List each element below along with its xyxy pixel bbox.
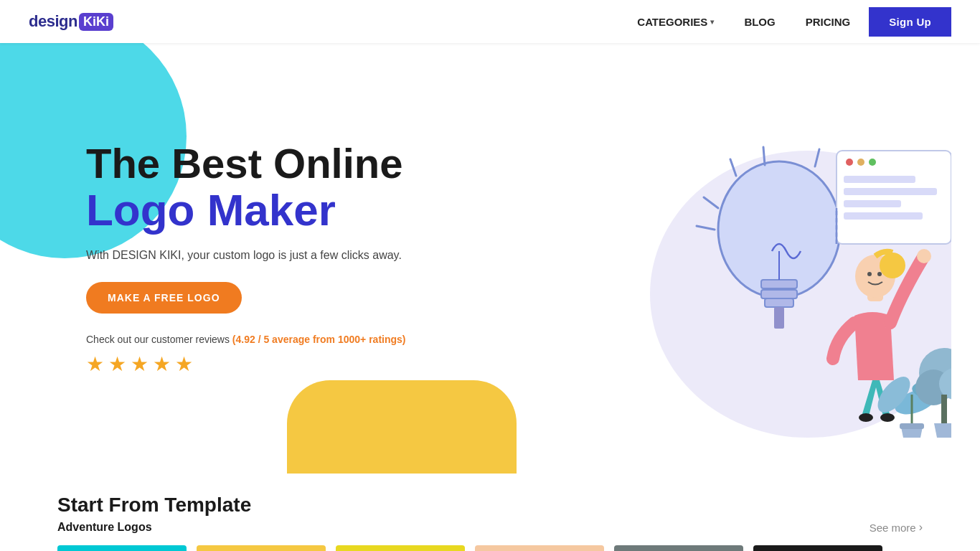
star-5: ★ — [175, 352, 193, 376]
svg-point-28 — [880, 253, 905, 278]
svg-rect-18 — [844, 188, 937, 195]
template-cards — [57, 545, 923, 551]
nav-links: CATEGORIES ▾ BLOG PRICING Sign Up — [626, 7, 951, 37]
svg-point-23 — [859, 413, 873, 422]
nav-blog[interactable]: BLOG — [732, 10, 786, 34]
logo-kiki-text: KiKi — [83, 14, 109, 29]
chevron-right-icon: › — [919, 521, 923, 534]
svg-point-30 — [877, 272, 882, 276]
category-label: Adventure Logos — [57, 521, 152, 534]
template-card-6[interactable] — [753, 545, 882, 551]
svg-rect-4 — [765, 298, 793, 307]
nav-pricing[interactable]: PRICING — [794, 10, 862, 34]
logo[interactable]: design KiKi — [29, 12, 113, 31]
svg-point-15 — [857, 159, 864, 166]
make-free-logo-button[interactable]: MAKE A FREE LOGO — [86, 282, 242, 314]
star-rating: ★ ★ ★ ★ ★ — [86, 352, 405, 376]
hero-title-line1: The Best Online — [86, 141, 405, 187]
svg-point-14 — [846, 159, 853, 166]
hero-title-line2: Logo Maker — [86, 186, 405, 235]
svg-point-24 — [880, 413, 895, 422]
star-4: ★ — [153, 352, 171, 376]
star-3: ★ — [131, 352, 149, 376]
star-2: ★ — [108, 352, 126, 376]
svg-rect-2 — [761, 280, 797, 288]
svg-rect-39 — [941, 395, 947, 423]
svg-rect-35 — [900, 423, 924, 429]
svg-line-10 — [763, 147, 765, 165]
hero-content: The Best Online Logo Maker With DESIGN K… — [0, 141, 405, 377]
reviews-link[interactable]: (4.92 / 5 average from 1000+ ratings) — [232, 334, 406, 345]
svg-point-16 — [869, 159, 876, 166]
hero-section: The Best Online Logo Maker With DESIGN K… — [0, 43, 980, 474]
signup-button[interactable]: Sign Up — [869, 7, 951, 37]
section-title: Start From Template — [57, 494, 923, 517]
hero-illustration — [593, 65, 951, 438]
background-yellow-shape-decoration — [287, 380, 517, 474]
logo-kiki-box: KiKi — [79, 13, 113, 31]
template-card-1[interactable] — [57, 545, 187, 551]
svg-point-29 — [867, 272, 872, 276]
svg-point-25 — [917, 249, 931, 263]
nav-categories[interactable]: CATEGORIES ▾ — [626, 10, 725, 34]
svg-rect-13 — [837, 151, 951, 244]
template-card-2[interactable] — [197, 545, 326, 551]
navbar: design KiKi CATEGORIES ▾ BLOG PRICING Si… — [0, 0, 980, 43]
logo-design-text: design — [29, 12, 77, 31]
svg-rect-3 — [761, 290, 797, 298]
svg-rect-17 — [844, 176, 915, 183]
reviews-label: Check out our customer reviews (4.92 / 5… — [86, 334, 405, 345]
bottom-section: Start From Template Adventure Logos See … — [0, 474, 980, 551]
template-card-3[interactable] — [336, 545, 465, 551]
svg-rect-20 — [844, 212, 923, 220]
star-1: ★ — [86, 352, 104, 376]
chevron-down-icon: ▾ — [710, 18, 714, 26]
template-card-4[interactable] — [475, 545, 604, 551]
template-card-5[interactable] — [614, 545, 743, 551]
section-row: Adventure Logos See more › — [57, 521, 923, 534]
hero-subtitle: With DESIGN KIKI, your custom logo is ju… — [86, 249, 405, 262]
svg-rect-5 — [774, 307, 784, 329]
svg-rect-19 — [844, 200, 901, 207]
see-more-link[interactable]: See more › — [870, 521, 923, 534]
